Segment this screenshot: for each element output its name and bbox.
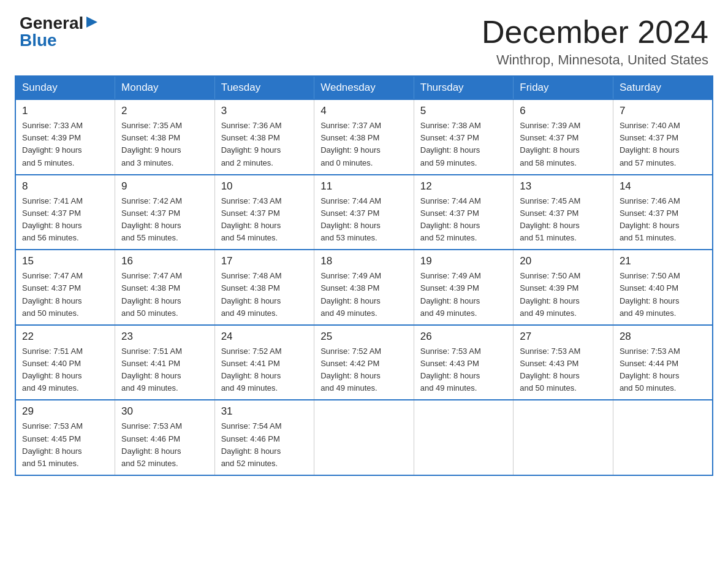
day-number: 17 — [221, 255, 308, 267]
day-info: Sunrise: 7:46 AMSunset: 4:37 PMDaylight:… — [620, 195, 706, 245]
day-info: Sunrise: 7:52 AMSunset: 4:41 PMDaylight:… — [221, 345, 308, 395]
day-number: 30 — [121, 405, 208, 418]
day-cell: 3 Sunrise: 7:36 AMSunset: 4:38 PMDayligh… — [214, 99, 314, 175]
day-cell: 2 Sunrise: 7:35 AMSunset: 4:38 PMDayligh… — [115, 99, 215, 175]
logo-general-text: General — [20, 15, 83, 32]
day-number: 15 — [22, 255, 108, 267]
day-number: 16 — [121, 255, 208, 267]
day-info: Sunrise: 7:47 AMSunset: 4:37 PMDaylight:… — [22, 270, 108, 320]
logo: General Blue — [20, 15, 99, 49]
day-cell: 25 Sunrise: 7:52 AMSunset: 4:42 PMDaylig… — [314, 325, 414, 400]
day-cell: 12 Sunrise: 7:44 AMSunset: 4:37 PMDaylig… — [414, 175, 514, 250]
logo-blue-text: Blue — [20, 32, 57, 49]
day-cell: 8 Sunrise: 7:41 AMSunset: 4:37 PMDayligh… — [15, 175, 115, 250]
day-cell — [314, 400, 414, 475]
day-info: Sunrise: 7:44 AMSunset: 4:37 PMDaylight:… — [420, 195, 507, 245]
day-number: 22 — [22, 331, 108, 343]
day-info: Sunrise: 7:37 AMSunset: 4:38 PMDaylight:… — [320, 120, 408, 169]
day-cell: 18 Sunrise: 7:49 AMSunset: 4:38 PMDaylig… — [314, 250, 414, 325]
day-cell: 16 Sunrise: 7:47 AMSunset: 4:38 PMDaylig… — [115, 250, 215, 325]
day-info: Sunrise: 7:49 AMSunset: 4:39 PMDaylight:… — [420, 270, 507, 320]
day-number: 14 — [620, 180, 706, 193]
day-cell: 21 Sunrise: 7:50 AMSunset: 4:40 PMDaylig… — [613, 250, 713, 325]
day-info: Sunrise: 7:52 AMSunset: 4:42 PMDaylight:… — [320, 345, 408, 395]
day-info: Sunrise: 7:53 AMSunset: 4:45 PMDaylight:… — [22, 420, 108, 470]
calendar-body: 1 Sunrise: 7:33 AMSunset: 4:39 PMDayligh… — [15, 99, 713, 475]
header-day-friday: Friday — [514, 76, 613, 99]
day-number: 1 — [22, 105, 108, 117]
week-row-2: 8 Sunrise: 7:41 AMSunset: 4:37 PMDayligh… — [15, 175, 713, 250]
day-number: 23 — [121, 331, 208, 343]
calendar-header: SundayMondayTuesdayWednesdayThursdayFrid… — [15, 76, 713, 99]
day-cell: 30 Sunrise: 7:53 AMSunset: 4:46 PMDaylig… — [115, 400, 215, 475]
day-info: Sunrise: 7:53 AMSunset: 4:46 PMDaylight:… — [121, 420, 208, 470]
day-info: Sunrise: 7:48 AMSunset: 4:38 PMDaylight:… — [221, 270, 308, 320]
day-cell: 23 Sunrise: 7:51 AMSunset: 4:41 PMDaylig… — [115, 325, 215, 400]
day-info: Sunrise: 7:43 AMSunset: 4:37 PMDaylight:… — [221, 195, 308, 245]
day-number: 29 — [22, 405, 108, 418]
calendar-table: SundayMondayTuesdayWednesdayThursdayFrid… — [15, 75, 713, 476]
day-cell: 28 Sunrise: 7:53 AMSunset: 4:44 PMDaylig… — [613, 325, 713, 400]
day-number: 8 — [22, 180, 108, 193]
day-cell: 5 Sunrise: 7:38 AMSunset: 4:37 PMDayligh… — [414, 99, 514, 175]
day-number: 5 — [420, 105, 507, 117]
day-info: Sunrise: 7:51 AMSunset: 4:41 PMDaylight:… — [121, 345, 208, 395]
day-info: Sunrise: 7:39 AMSunset: 4:37 PMDaylight:… — [520, 120, 607, 169]
week-row-1: 1 Sunrise: 7:33 AMSunset: 4:39 PMDayligh… — [15, 99, 713, 175]
day-number: 25 — [320, 331, 408, 343]
week-row-4: 22 Sunrise: 7:51 AMSunset: 4:40 PMDaylig… — [15, 325, 713, 400]
day-info: Sunrise: 7:41 AMSunset: 4:37 PMDaylight:… — [22, 195, 108, 245]
header-day-sunday: Sunday — [15, 76, 115, 99]
week-row-5: 29 Sunrise: 7:53 AMSunset: 4:45 PMDaylig… — [15, 400, 713, 475]
header-row: SundayMondayTuesdayWednesdayThursdayFrid… — [15, 76, 713, 99]
day-number: 27 — [520, 331, 607, 343]
header-day-saturday: Saturday — [613, 76, 713, 99]
day-number: 20 — [520, 255, 607, 267]
logo-arrow-icon — [85, 15, 99, 29]
day-info: Sunrise: 7:50 AMSunset: 4:40 PMDaylight:… — [620, 270, 706, 320]
day-cell: 14 Sunrise: 7:46 AMSunset: 4:37 PMDaylig… — [613, 175, 713, 250]
day-info: Sunrise: 7:33 AMSunset: 4:39 PMDaylight:… — [22, 120, 108, 169]
day-cell: 19 Sunrise: 7:49 AMSunset: 4:39 PMDaylig… — [414, 250, 514, 325]
header-day-tuesday: Tuesday — [214, 76, 314, 99]
day-info: Sunrise: 7:51 AMSunset: 4:40 PMDaylight:… — [22, 345, 108, 395]
header-day-wednesday: Wednesday — [314, 76, 414, 99]
day-cell: 6 Sunrise: 7:39 AMSunset: 4:37 PMDayligh… — [514, 99, 613, 175]
day-cell — [514, 400, 613, 475]
day-cell: 9 Sunrise: 7:42 AMSunset: 4:37 PMDayligh… — [115, 175, 215, 250]
day-number: 21 — [620, 255, 706, 267]
day-info: Sunrise: 7:53 AMSunset: 4:44 PMDaylight:… — [620, 345, 706, 395]
day-cell: 26 Sunrise: 7:53 AMSunset: 4:43 PMDaylig… — [414, 325, 514, 400]
day-info: Sunrise: 7:44 AMSunset: 4:37 PMDaylight:… — [320, 195, 408, 245]
title-section: December 2024 Winthrop, Minnesota, Unite… — [482, 15, 708, 68]
day-info: Sunrise: 7:42 AMSunset: 4:37 PMDaylight:… — [121, 195, 208, 245]
day-number: 13 — [520, 180, 607, 193]
day-info: Sunrise: 7:40 AMSunset: 4:37 PMDaylight:… — [620, 120, 706, 169]
header-day-monday: Monday — [115, 76, 215, 99]
week-row-3: 15 Sunrise: 7:47 AMSunset: 4:37 PMDaylig… — [15, 250, 713, 325]
day-cell: 27 Sunrise: 7:53 AMSunset: 4:43 PMDaylig… — [514, 325, 613, 400]
page-header: General Blue December 2024 Winthrop, Min… — [0, 0, 728, 75]
day-cell: 10 Sunrise: 7:43 AMSunset: 4:37 PMDaylig… — [214, 175, 314, 250]
day-number: 3 — [221, 105, 308, 117]
day-cell: 13 Sunrise: 7:45 AMSunset: 4:37 PMDaylig… — [514, 175, 613, 250]
day-info: Sunrise: 7:47 AMSunset: 4:38 PMDaylight:… — [121, 270, 208, 320]
day-info: Sunrise: 7:54 AMSunset: 4:46 PMDaylight:… — [221, 420, 308, 470]
day-number: 4 — [320, 105, 408, 117]
day-cell — [414, 400, 514, 475]
day-info: Sunrise: 7:38 AMSunset: 4:37 PMDaylight:… — [420, 120, 507, 169]
day-number: 31 — [221, 405, 308, 418]
day-info: Sunrise: 7:49 AMSunset: 4:38 PMDaylight:… — [320, 270, 408, 320]
day-cell — [613, 400, 713, 475]
day-cell: 15 Sunrise: 7:47 AMSunset: 4:37 PMDaylig… — [15, 250, 115, 325]
day-cell: 29 Sunrise: 7:53 AMSunset: 4:45 PMDaylig… — [15, 400, 115, 475]
day-number: 9 — [121, 180, 208, 193]
day-number: 28 — [620, 331, 706, 343]
day-info: Sunrise: 7:35 AMSunset: 4:38 PMDaylight:… — [121, 120, 208, 169]
calendar-title: December 2024 — [482, 15, 708, 50]
day-number: 6 — [520, 105, 607, 117]
day-cell: 1 Sunrise: 7:33 AMSunset: 4:39 PMDayligh… — [15, 99, 115, 175]
day-number: 24 — [221, 331, 308, 343]
day-cell: 20 Sunrise: 7:50 AMSunset: 4:39 PMDaylig… — [514, 250, 613, 325]
day-number: 18 — [320, 255, 408, 267]
